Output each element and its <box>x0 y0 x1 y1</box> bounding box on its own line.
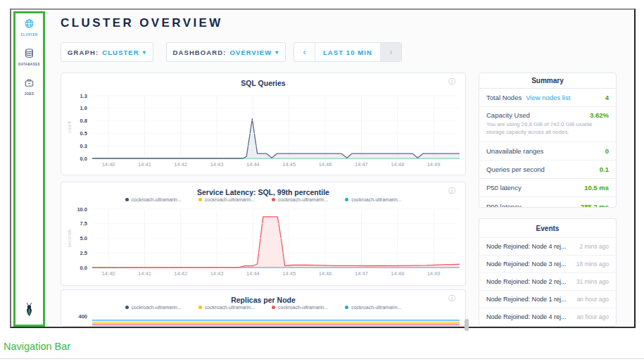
summary-row-value: 3.62% <box>590 111 609 119</box>
event-row[interactable]: Node Rejoined: Node 4 rej...an hour ago <box>479 308 616 325</box>
graph-dropdown-label: GRAPH: <box>68 49 99 56</box>
summary-title: Summary <box>479 73 616 89</box>
info-icon[interactable]: ⓘ <box>448 295 455 302</box>
event-label: Node Rejoined: Node 4 rej... <box>486 243 567 250</box>
legend-item: cockroach-ultramarin... <box>345 305 401 310</box>
event-label: Node Rejoined: Node 2 rej... <box>486 278 567 285</box>
info-icon[interactable]: ⓘ <box>448 187 455 194</box>
legend-label: cockroach-ultramarin... <box>132 197 182 202</box>
chevron-down-icon: ▾ <box>143 49 146 56</box>
legend-dot-icon <box>198 306 202 309</box>
legend-item: cockroach-ultramarin... <box>272 305 328 310</box>
summary-row-label: P50 latency <box>486 184 522 192</box>
legend-item: cockroach-ultramarin... <box>198 197 255 202</box>
svg-text:14:47: 14:47 <box>355 161 368 168</box>
page-title: CLUSTER OVERVIEW <box>61 16 223 30</box>
summary-row: P50 latency10.5 ms <box>479 179 616 197</box>
bottom-divider <box>0 358 644 359</box>
legend-label: cockroach-ultramarin... <box>278 305 328 310</box>
chart-plot-service-latency-sql-99th-percentile: 10.07.55.02.50.014:4014:4114:4214:4314:4… <box>61 206 466 280</box>
event-timestamp: 2 mins ago <box>579 243 609 250</box>
summary-row: Unavailable ranges0 <box>479 142 616 161</box>
chart-title: Service Latency: SQL, 99th percentile <box>61 188 465 196</box>
chart-card-service-latency-sql-99th-percentile: Service Latency: SQL, 99th percentileⓘco… <box>61 182 466 286</box>
svg-text:0.8: 0.8 <box>80 118 87 124</box>
summary-panel: SummaryTotal NodesView nodes list4Capaci… <box>479 73 617 208</box>
svg-text:14:49: 14:49 <box>427 270 441 277</box>
summary-row-value: 10.5 ms <box>584 184 609 192</box>
chart-plot-replicas-per-node: 400 <box>61 313 466 327</box>
sidebar-item-jobs[interactable]: JOBS <box>25 77 34 96</box>
sidebar-item-label: DATABASES <box>18 63 40 66</box>
svg-text:14:41: 14:41 <box>138 270 151 277</box>
svg-text:14:43: 14:43 <box>210 161 224 168</box>
view-nodes-link[interactable]: View nodes list <box>526 94 570 101</box>
legend-dot-icon <box>345 198 348 201</box>
event-timestamp: an hour ago <box>577 296 609 303</box>
svg-text:0.0: 0.0 <box>80 156 87 162</box>
svg-text:count: count <box>67 121 72 133</box>
event-row[interactable]: Node Rejoined: Node 4 rej...2 mins ago <box>479 237 616 255</box>
annotation-caption: Navigation Bar <box>4 341 70 352</box>
svg-text:14:44: 14:44 <box>246 161 260 168</box>
chart-card-replicas-per-node: Replicas per Nodeⓘcockroach-ultramarin..… <box>61 289 466 327</box>
summary-row-value: 4 <box>605 94 609 101</box>
globe-icon <box>25 18 34 31</box>
app-window: CLUSTERDATABASESJOBS CLUSTER OVERVIEW GR… <box>10 8 636 328</box>
summary-row-label: Queries per second <box>486 165 545 173</box>
event-row[interactable]: Node Rejoined: Node 3 rej...18 mins ago <box>479 255 616 272</box>
svg-text:14:46: 14:46 <box>319 270 332 277</box>
time-prev-button[interactable]: ‹ <box>294 43 315 61</box>
svg-text:seconds: seconds <box>67 229 72 248</box>
scrollbar-thumb[interactable] <box>465 319 469 331</box>
chart-legend: cockroach-ultramarin...cockroach-ultrama… <box>61 197 465 202</box>
summary-row-note: You are using 26.8 GiB of 742.0 GiB usab… <box>486 121 609 136</box>
chart-plot-sql-queries: 1.31.00.80.50.30.014:4014:4114:4214:4314… <box>61 86 466 173</box>
cockroachdb-logo[interactable] <box>23 302 35 320</box>
legend-label: cockroach-ultramarin... <box>132 305 182 310</box>
legend-dot-icon <box>272 306 275 309</box>
time-next-button[interactable]: › <box>380 43 401 61</box>
time-range-label[interactable]: LAST 10 MIN <box>315 43 380 61</box>
legend-label: cockroach-ultramarin... <box>205 305 255 310</box>
legend-dot-icon <box>272 198 275 201</box>
svg-text:0.5: 0.5 <box>80 130 87 137</box>
svg-text:400: 400 <box>78 313 87 320</box>
database-icon <box>25 48 34 61</box>
svg-text:2.5: 2.5 <box>80 250 87 256</box>
graph-dropdown[interactable]: GRAPH: CLUSTER ▾ <box>61 42 153 62</box>
summary-row-label: Capacity Used <box>486 111 530 119</box>
sidebar-item-label: CLUSTER <box>20 33 37 37</box>
svg-text:14:41: 14:41 <box>138 161 151 168</box>
chart-card-sql-queries: SQL Queriesⓘ1.31.00.80.50.30.014:4014:41… <box>61 73 466 175</box>
sidebar-item-databases[interactable]: DATABASES <box>18 48 40 66</box>
event-row[interactable]: Node Rejoined: Node 2 rej...31 mins ago <box>479 272 616 290</box>
legend-label: cockroach-ultramarin... <box>278 197 328 202</box>
nav-highlight-annotation: CLUSTERDATABASESJOBS <box>13 11 45 327</box>
events-panel: EventsNode Rejoined: Node 4 rej...2 mins… <box>479 218 617 327</box>
sidebar-item-label: JOBS <box>25 92 34 96</box>
event-row[interactable]: Node Rejoined: Node 1 rej...an hour ago <box>479 290 616 308</box>
svg-text:7.5: 7.5 <box>80 220 87 227</box>
svg-text:14:49: 14:49 <box>427 161 441 168</box>
info-icon[interactable]: ⓘ <box>448 78 455 85</box>
summary-row: Queries per second0.1 <box>479 161 616 179</box>
summary-row-value: 0 <box>605 147 609 155</box>
sidebar-item-cluster[interactable]: CLUSTER <box>20 18 37 37</box>
summary-row: Capacity Used3.62%You are using 26.8 GiB… <box>479 107 616 142</box>
event-label: Node Rejoined: Node 3 rej... <box>486 261 567 268</box>
svg-text:14:40: 14:40 <box>102 270 115 277</box>
summary-row-value: 285.2 ms <box>581 203 609 208</box>
dashboard-dropdown[interactable]: DASHBOARD: OVERVIEW ▾ <box>166 42 286 62</box>
legend-item: cockroach-ultramarin... <box>125 305 182 310</box>
summary-row: Total NodesView nodes list4 <box>479 89 616 107</box>
event-timestamp: an hour ago <box>577 313 609 320</box>
legend-dot-icon <box>198 198 202 201</box>
svg-text:1.3: 1.3 <box>80 93 87 99</box>
annotated-screenshot: CLUSTERDATABASESJOBS CLUSTER OVERVIEW GR… <box>0 0 644 364</box>
svg-text:14:40: 14:40 <box>102 161 115 168</box>
svg-text:10.0: 10.0 <box>77 206 87 213</box>
event-timestamp: 18 mins ago <box>576 261 609 268</box>
legend-item: cockroach-ultramarin... <box>198 305 255 310</box>
svg-text:14:47: 14:47 <box>355 270 368 277</box>
